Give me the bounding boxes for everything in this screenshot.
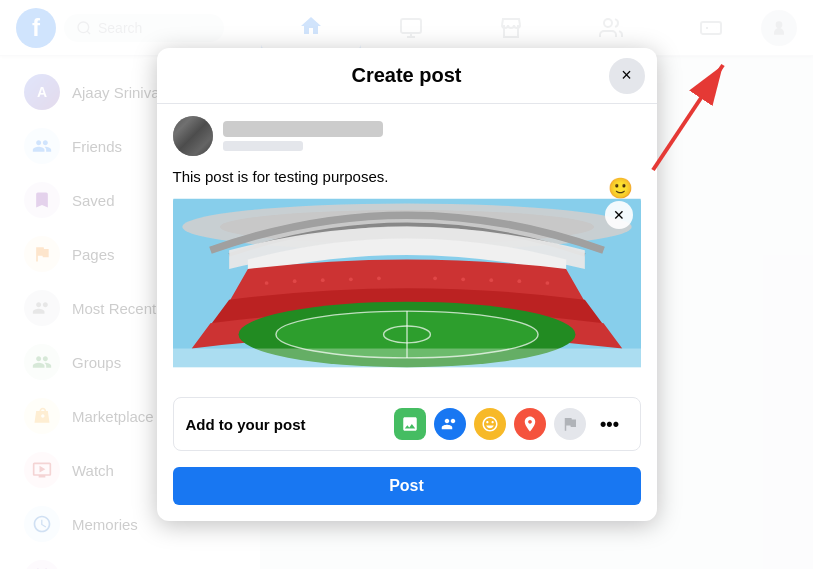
svg-point-23 bbox=[489, 278, 493, 282]
svg-point-22 bbox=[461, 277, 465, 281]
svg-point-25 bbox=[545, 281, 549, 285]
post-user-name-blurred bbox=[223, 121, 383, 137]
svg-point-20 bbox=[377, 276, 381, 280]
post-user-sub-blurred bbox=[223, 141, 303, 151]
add-tag-button[interactable] bbox=[432, 406, 468, 442]
create-post-modal: Create post × This post is for testing p… bbox=[157, 48, 657, 521]
post-image-container: ✕ bbox=[173, 193, 641, 377]
post-text-content[interactable]: This post is for testing purposes. bbox=[173, 168, 641, 185]
add-to-post-label: Add to your post bbox=[186, 416, 306, 433]
add-to-post-bar: Add to your post bbox=[173, 397, 641, 451]
add-emoji-button[interactable] bbox=[472, 406, 508, 442]
post-user-row bbox=[173, 116, 641, 156]
remove-image-button[interactable]: ✕ bbox=[605, 201, 633, 229]
modal-header: Create post × bbox=[157, 48, 657, 104]
post-button-container: Post bbox=[157, 459, 657, 521]
svg-point-18 bbox=[320, 278, 324, 282]
add-photo-button[interactable] bbox=[392, 406, 428, 442]
stadium-image bbox=[173, 193, 641, 373]
add-more-button[interactable]: ••• bbox=[592, 406, 628, 442]
svg-point-16 bbox=[264, 281, 268, 285]
modal-overlay: Create post × This post is for testing p… bbox=[0, 0, 813, 569]
post-submit-button[interactable]: Post bbox=[173, 467, 641, 505]
post-user-avatar bbox=[173, 116, 213, 156]
svg-rect-26 bbox=[173, 349, 641, 368]
svg-point-19 bbox=[348, 277, 352, 281]
svg-point-21 bbox=[433, 276, 437, 280]
modal-title: Create post bbox=[351, 64, 461, 86]
add-flag-button[interactable] bbox=[552, 406, 588, 442]
svg-line-28 bbox=[653, 65, 723, 170]
modal-body: This post is for testing purposes. 🙂 bbox=[157, 104, 657, 389]
svg-point-24 bbox=[517, 279, 521, 283]
modal-close-button[interactable]: × bbox=[609, 58, 645, 94]
add-location-button[interactable] bbox=[512, 406, 548, 442]
post-input-area: This post is for testing purposes. 🙂 bbox=[173, 168, 641, 185]
svg-point-17 bbox=[292, 279, 296, 283]
add-to-post-icons: ••• bbox=[392, 406, 628, 442]
